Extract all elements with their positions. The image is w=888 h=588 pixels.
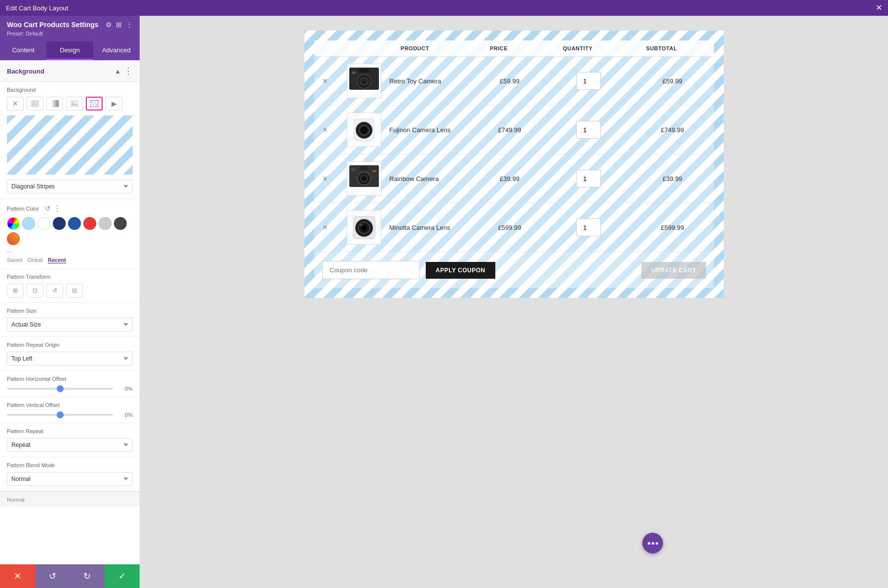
save-button[interactable]: ✓ xyxy=(105,564,140,588)
remove-item-2[interactable]: ✕ xyxy=(322,126,347,134)
pattern-vertical-offset-label: Pattern Vertical Offset xyxy=(7,402,133,408)
coupon-left: APPLY COUPON xyxy=(322,261,495,279)
color-tab-global[interactable]: Global xyxy=(27,257,43,263)
color-swatch-paint[interactable] xyxy=(7,232,20,245)
bg-type-gradient[interactable] xyxy=(46,97,63,110)
remove-item-4[interactable]: ✕ xyxy=(322,223,347,231)
pattern-preview xyxy=(7,115,133,175)
color-swatches xyxy=(7,217,133,245)
product-image-3 xyxy=(347,161,381,196)
pattern-transform-field: Pattern Transform ⊞ ⊡ ↺ ⊟ xyxy=(0,269,140,303)
background-section-header: Background ▲ ⋮ xyxy=(0,60,140,82)
svg-point-25 xyxy=(362,176,367,181)
color-swatch-light-gray[interactable] xyxy=(99,217,111,230)
color-tab-recent[interactable]: Recent xyxy=(48,257,66,263)
product-subtotal-3: £39.99 xyxy=(628,175,717,183)
color-swatch-brush[interactable] xyxy=(7,217,20,230)
main-layout: Woo Cart Products Settings ⚙ ⊞ ⋮ Preset:… xyxy=(0,16,888,588)
remove-item-3[interactable]: ✕ xyxy=(322,175,347,183)
tab-content[interactable]: Content xyxy=(0,41,46,60)
bottom-actions: ✕ ↺ ↻ ✓ xyxy=(0,564,140,588)
close-button[interactable]: ✕ xyxy=(876,4,882,12)
reset-color-icon[interactable]: ↺ xyxy=(45,205,50,212)
more-icon[interactable]: ⋮ xyxy=(126,21,133,29)
col-subtotal-header: SUBTOTAL xyxy=(617,45,706,51)
floating-menu-button[interactable] xyxy=(642,533,663,553)
cancel-button[interactable]: ✕ xyxy=(0,564,35,588)
transform-custom-icon[interactable]: ⊟ xyxy=(66,284,83,297)
product-qty-2[interactable] xyxy=(576,121,601,139)
col-quantity-header: QUANTITY xyxy=(538,45,617,51)
pattern-size-select[interactable]: Actual Size Cover Contain Custom xyxy=(7,318,133,331)
transform-flip-h-icon[interactable]: ⊡ xyxy=(27,284,43,297)
svg-rect-20 xyxy=(360,166,368,170)
color-swatch-red[interactable] xyxy=(83,217,96,230)
bg-type-image[interactable] xyxy=(66,97,83,110)
bg-type-solid[interactable] xyxy=(27,97,43,110)
svg-rect-22 xyxy=(372,170,376,172)
pattern-blend-mode-select[interactable]: Normal Multiply Screen Overlay xyxy=(7,472,133,486)
pattern-size-label: Pattern Size xyxy=(7,308,133,314)
col-price-header: PRICE xyxy=(459,45,538,51)
pattern-repeat-origin-field: Pattern Repeat Origin Top Left Top Cente… xyxy=(0,337,140,371)
product-qty-3[interactable] xyxy=(576,170,601,187)
table-row: ✕ Retro Toy Camera £59.99 xyxy=(314,57,714,106)
product-name-4: Minolta Camera Lens xyxy=(381,224,470,231)
transform-icons: ⊞ ⊡ ↺ ⊟ xyxy=(7,284,133,297)
color-swatch-white[interactable] xyxy=(37,217,50,230)
bg-type-none[interactable]: ✕ xyxy=(7,97,24,110)
product-price-2: £749.99 xyxy=(470,126,549,134)
svg-rect-9 xyxy=(359,69,369,73)
col-remove-header xyxy=(322,45,347,51)
bg-type-pattern[interactable] xyxy=(86,97,103,110)
coupon-row: APPLY COUPON UPDATE CART xyxy=(314,252,714,288)
pattern-dropdown[interactable]: Diagonal Stripes Horizontal Lines Dots C… xyxy=(7,180,133,193)
color-swatch-medium-blue[interactable] xyxy=(68,217,81,230)
color-more-icon[interactable]: ⋮ xyxy=(53,204,61,213)
table-row: ✕ Fujinon Camera Lens £749.99 xyxy=(314,106,714,154)
product-name-2: Fujinon Camera Lens xyxy=(381,126,470,134)
bg-type-video[interactable]: ▶ xyxy=(106,97,122,110)
top-bar: Edit Cart Body Layout ✕ xyxy=(0,0,888,16)
section-more-icon[interactable]: ⋮ xyxy=(124,66,133,76)
pattern-repeat-origin-select[interactable]: Top Left Top Center Top Right Center xyxy=(7,352,133,366)
col-product-header: PRODUCT xyxy=(370,45,459,51)
color-swatch-dark-gray[interactable] xyxy=(114,217,127,230)
layout-icon[interactable]: ⊞ xyxy=(116,21,122,29)
color-tab-saved[interactable]: Saved xyxy=(7,257,22,263)
sidebar-header-icons: ⚙ ⊞ ⋮ xyxy=(106,21,133,29)
product-name-3: Rainbow Camera xyxy=(381,175,470,183)
remove-item-1[interactable]: ✕ xyxy=(322,77,347,85)
product-image-4 xyxy=(347,210,381,245)
update-cart-button[interactable]: UPDATE CART xyxy=(641,262,706,279)
table-row: ✕ Rainbow Camera £39.99 xyxy=(314,154,714,203)
color-swatch-dark-blue[interactable] xyxy=(53,217,66,230)
tab-advanced[interactable]: Advanced xyxy=(93,41,140,60)
redo-button[interactable]: ↻ xyxy=(70,564,105,588)
background-label: Background xyxy=(7,87,133,93)
preset-label[interactable]: Preset: Default xyxy=(7,31,133,37)
sidebar: Woo Cart Products Settings ⚙ ⊞ ⋮ Preset:… xyxy=(0,16,140,588)
tab-design[interactable]: Design xyxy=(46,41,93,60)
product-qty-4[interactable] xyxy=(576,219,601,236)
svg-point-31 xyxy=(360,224,362,226)
top-bar-title: Edit Cart Body Layout xyxy=(6,4,68,12)
pattern-transform-label: Pattern Transform xyxy=(7,274,133,280)
transform-reset-icon[interactable]: ↺ xyxy=(46,284,63,297)
pattern-repeat-select[interactable]: Repeat Repeat X Repeat Y No Repeat xyxy=(7,438,133,452)
transform-scale-icon[interactable]: ⊞ xyxy=(7,284,24,297)
undo-button[interactable]: ↺ xyxy=(35,564,70,588)
coupon-input[interactable] xyxy=(322,261,420,279)
color-dots: ··· xyxy=(7,248,133,255)
background-type-icons: ✕ xyxy=(7,97,133,110)
color-swatch-light-blue[interactable] xyxy=(22,217,35,230)
pattern-vertical-offset-slider[interactable] xyxy=(7,414,113,416)
product-name-1: Retro Toy Camera xyxy=(381,77,470,85)
product-qty-1[interactable] xyxy=(576,72,601,90)
product-price-1: £59.99 xyxy=(470,77,549,85)
settings-icon[interactable]: ⚙ xyxy=(106,21,112,29)
apply-coupon-button[interactable]: APPLY COUPON xyxy=(426,262,495,279)
collapse-icon[interactable]: ▲ xyxy=(114,68,121,75)
pattern-blend-mode-label: Pattern Blend Mode xyxy=(7,462,133,468)
pattern-horizontal-offset-slider[interactable] xyxy=(7,388,113,390)
